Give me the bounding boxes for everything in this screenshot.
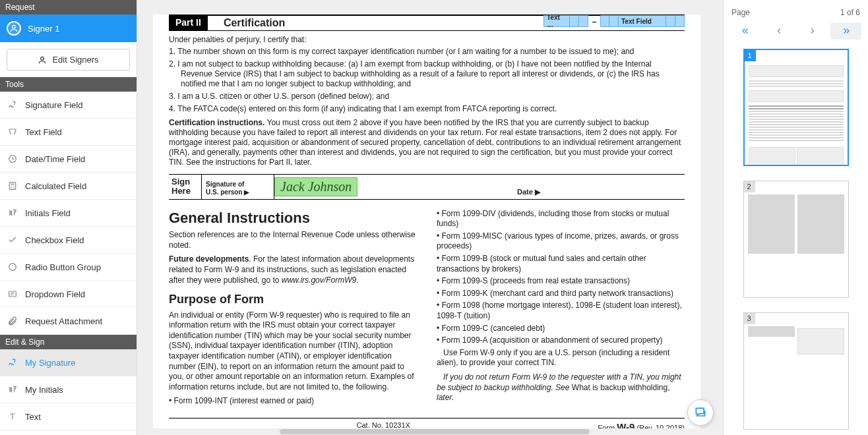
field-overlays: Text … – Text Field <box>543 15 685 27</box>
tool-label: Dropdown Field <box>25 289 85 299</box>
purpose-heading: Purpose of Form <box>169 292 417 307</box>
part-tag: Part II <box>169 16 208 30</box>
document-page[interactable]: Text … – Text Field <box>153 14 700 428</box>
text-icon <box>7 411 18 422</box>
part-title: Certification <box>208 16 301 30</box>
tool-label: Date/Time Field <box>25 154 85 164</box>
initials-icon <box>7 384 18 395</box>
editsign-text[interactable]: Text <box>0 403 137 430</box>
signer-label: Signer 1 <box>28 24 59 34</box>
instructions-left-column: General Instructions Section references … <box>169 209 417 409</box>
tool-label: Checkbox Field <box>25 235 84 245</box>
list-item: • Form 1099-C (canceled debt) <box>437 324 685 334</box>
chevron-right-icon <box>808 26 817 36</box>
thumbnail-list: 123 <box>730 49 861 430</box>
radio-icon <box>7 262 18 272</box>
tool-signature-field[interactable]: Signature Field <box>0 92 137 119</box>
signature-icon <box>7 357 18 368</box>
nav-first-button[interactable] <box>730 22 761 40</box>
overlay-dash: – <box>588 16 600 26</box>
editsign-my-initials[interactable]: My Initials <box>0 376 137 403</box>
svg-point-4 <box>9 264 16 271</box>
tool-label: Text <box>25 412 41 422</box>
clock-icon <box>7 154 18 164</box>
nav-next-button[interactable] <box>797 22 828 40</box>
thumbnail-page-3[interactable]: 3 <box>743 312 849 430</box>
sidebar: Request Signer 1 Edit Signers Tools Sign… <box>0 0 137 435</box>
text-field-icon <box>7 127 18 137</box>
overlay-text-field-1[interactable]: Text … <box>543 15 570 27</box>
tool-initials-field[interactable]: Initials Field <box>0 200 137 227</box>
editsign-my-signature[interactable]: My Signature <box>0 349 137 376</box>
signature-label: Signature ofU.S. person ▶ <box>202 175 274 199</box>
page-count: 1 of 6 <box>840 8 860 17</box>
overlay-cell[interactable] <box>570 15 579 27</box>
chat-button[interactable] <box>687 399 714 426</box>
chevron-left-icon <box>774 26 784 36</box>
tool-label: Calculated Field <box>25 181 86 191</box>
chevrons-left-icon <box>739 26 751 36</box>
attachment-icon <box>7 316 18 326</box>
edit-signers-label: Edit Signers <box>52 55 98 65</box>
editsign-today-s-date[interactable]: Today's Date <box>0 430 137 435</box>
tool-request-attachment[interactable]: Request Attachment <box>0 308 137 335</box>
nav-last-button[interactable] <box>830 22 861 40</box>
cert-instructions: Certification instructions. You must cro… <box>169 118 685 167</box>
list-item: • Form 1099-K (merchant card and third p… <box>437 289 685 299</box>
cert-item: 2. I am not subject to backup withholdin… <box>169 59 685 89</box>
thumbnail-page-1[interactable]: 1 <box>743 49 849 166</box>
list-item: • Form 1099-INT (interest earned or paid… <box>169 396 417 407</box>
cert-item: 1. The number shown on this form is my c… <box>169 47 685 57</box>
cert-item: 3. I am a U.S. citizen or other U.S. per… <box>169 92 685 102</box>
list-item: • Form 1098 (home mortgage interest), 10… <box>437 301 685 321</box>
nav-prev-button[interactable] <box>764 22 795 40</box>
overlay-cell[interactable] <box>600 15 609 27</box>
svg-point-1 <box>41 57 44 60</box>
tool-checkbox-field[interactable]: Checkbox Field <box>0 227 137 254</box>
cert-list: 1. The number shown on this form is my c… <box>169 47 685 114</box>
thumbnail-page-number: 3 <box>743 312 755 324</box>
tool-label: My Signature <box>25 358 76 368</box>
page-label: Page <box>731 8 750 17</box>
edit-signers-button[interactable]: Edit Signers <box>7 49 130 71</box>
list-item: • Form 1099-DIV (dividends, including th… <box>437 209 685 229</box>
calc-icon <box>7 181 18 191</box>
overlay-cell[interactable] <box>579 15 588 27</box>
overlay-text-field-2[interactable]: Text Field <box>619 15 666 27</box>
overlay-cell[interactable] <box>675 15 685 27</box>
edit-sign-header: Edit & Sign <box>0 335 137 349</box>
tool-label: Initials Field <box>25 208 71 218</box>
list-item: • Form 1099-B (stock or mutual fund sale… <box>437 254 685 274</box>
svg-rect-5 <box>9 291 16 297</box>
signature-row: SignHere Signature ofU.S. person ▶ Jack … <box>169 174 685 200</box>
chat-icon <box>694 406 707 419</box>
user-icon <box>38 55 47 65</box>
request-header: Request <box>0 0 137 14</box>
dropdown-icon <box>7 289 18 299</box>
date-label: Date ▶ <box>513 175 685 199</box>
svg-rect-3 <box>9 183 15 190</box>
overlay-cell[interactable] <box>609 15 619 27</box>
tool-dropdown-field[interactable]: Dropdown Field <box>0 281 137 308</box>
thumbnail-page-number: 1 <box>744 49 756 61</box>
cert-item: 4. The FATCA code(s) entered on this for… <box>169 104 685 114</box>
tool-label: Signature Field <box>25 100 82 110</box>
list-item: • Form 1099-A (acquisition or abandonmen… <box>437 335 685 346</box>
tool-calculated-field[interactable]: Calculated Field <box>0 173 137 200</box>
tool-date-time-field[interactable]: Date/Time Field <box>0 146 137 173</box>
overlay-cell[interactable] <box>666 15 675 27</box>
tools-header: Tools <box>0 77 137 92</box>
chevrons-right-icon <box>840 26 852 36</box>
signature-value[interactable]: Jack Johnson <box>274 177 357 196</box>
signature-icon <box>7 100 18 110</box>
svg-point-0 <box>13 25 16 28</box>
initials-icon <box>7 208 18 218</box>
horizontal-scrollbar[interactable] <box>280 428 723 435</box>
document-area: Text … – Text Field <box>137 0 723 435</box>
signer-selector[interactable]: Signer 1 <box>0 14 137 42</box>
thumbnail-page-2[interactable]: 2 <box>743 181 849 298</box>
tool-text-field[interactable]: Text Field <box>0 119 137 146</box>
page-footer: Cat. No. 10231X Form W-9 (Rev. 10-2018) <box>169 418 685 428</box>
tool-radio-button-group[interactable]: Radio Button Group <box>0 254 137 281</box>
tools-list: Signature FieldText FieldDate/Time Field… <box>0 92 137 335</box>
